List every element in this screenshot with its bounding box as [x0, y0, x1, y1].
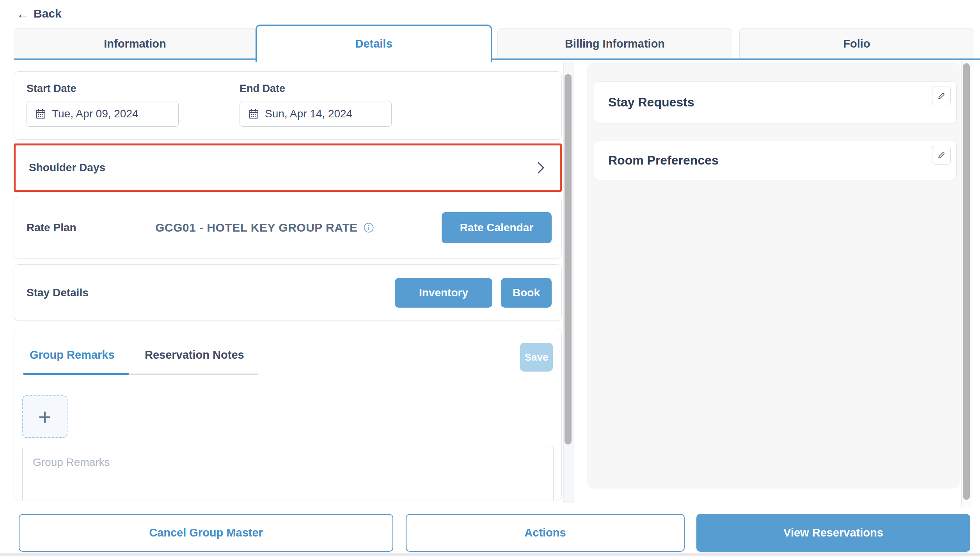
rate-plan-card: Rate Plan GCG01 - HOTEL KEY GROUP RATE R… [14, 197, 562, 259]
rate-calendar-button[interactable]: Rate Calendar [442, 212, 552, 243]
start-date-value: Tue, Apr 09, 2024 [52, 108, 138, 120]
save-button[interactable]: Save [520, 343, 553, 372]
calendar-icon [35, 108, 46, 120]
back-label: Back [34, 7, 62, 20]
end-date-input[interactable]: Sun, Apr 14, 2024 [240, 101, 392, 127]
calendar-icon [248, 108, 259, 120]
room-preferences-title: Room Preferences [608, 153, 719, 168]
pencil-icon [937, 151, 946, 159]
stay-requests-edit-button[interactable] [932, 87, 951, 105]
tab-details[interactable]: Details [256, 25, 492, 62]
add-remark-button[interactable]: + [22, 395, 67, 438]
inventory-button[interactable]: Inventory [395, 278, 492, 308]
rate-plan-label: Rate Plan [27, 221, 155, 234]
tab-information[interactable]: Information [14, 28, 256, 59]
pencil-icon [937, 92, 946, 100]
stay-details-card: Stay Details Inventory Book [14, 264, 562, 321]
end-date-label: End Date [240, 83, 285, 95]
room-preferences-edit-button[interactable] [932, 146, 951, 165]
cancel-group-master-button[interactable]: Cancel Group Master [19, 514, 393, 552]
plus-icon: + [38, 404, 51, 430]
tab-details-label: Details [355, 37, 392, 50]
dates-card: Start Date Tue, Apr 09, 2024 End Date [14, 71, 562, 140]
chevron-right-icon [535, 160, 547, 175]
stay-requests-title: Stay Requests [608, 95, 694, 110]
left-panel-scrollbar-thumb[interactable] [565, 74, 572, 444]
tab-billing-information[interactable]: Billing Information [497, 28, 732, 59]
tab-folio-label: Folio [843, 37, 870, 50]
group-remarks-tab-underline [23, 373, 129, 375]
shoulder-days-label: Shoulder Days [29, 161, 105, 174]
back-arrow-icon: ← [16, 7, 30, 20]
group-remarks-textarea[interactable] [22, 446, 554, 500]
actions-button[interactable]: Actions [406, 514, 685, 552]
start-date-label: Start Date [27, 83, 76, 95]
page-scrollbar-thumb[interactable] [963, 63, 970, 500]
room-preferences-card: Room Preferences [594, 141, 957, 180]
stay-requests-card: Stay Requests [594, 81, 957, 123]
start-date-input[interactable]: Tue, Apr 09, 2024 [27, 101, 179, 127]
reservation-notes-tab[interactable]: Reservation Notes [145, 349, 244, 361]
tab-bar-underline [14, 58, 980, 60]
footer-divider [0, 508, 980, 508]
info-icon[interactable] [363, 222, 374, 233]
tab-information-label: Information [104, 37, 166, 50]
shoulder-days-row[interactable]: Shoulder Days [14, 143, 562, 192]
book-button[interactable]: Book [501, 278, 552, 308]
group-master-details-page: ← Back Information Details Billing Infor… [0, 0, 980, 556]
group-remarks-tab[interactable]: Group Remarks [30, 349, 115, 361]
remarks-card: Group Remarks Reservation Notes Save + [14, 329, 562, 500]
end-date-value: Sun, Apr 14, 2024 [265, 108, 352, 120]
tab-billing-information-label: Billing Information [565, 37, 665, 50]
page-bottom-edge [0, 553, 980, 556]
reservation-notes-tab-underline [129, 374, 258, 375]
stay-details-label: Stay Details [27, 287, 89, 299]
right-panel: Stay Requests Room Preferences [587, 62, 960, 489]
tab-folio[interactable]: Folio [739, 28, 974, 59]
back-button[interactable]: ← Back [16, 7, 62, 20]
view-reservations-button[interactable]: View Reservations [696, 514, 970, 552]
rate-plan-value: GCG01 - HOTEL KEY GROUP RATE [155, 221, 358, 234]
